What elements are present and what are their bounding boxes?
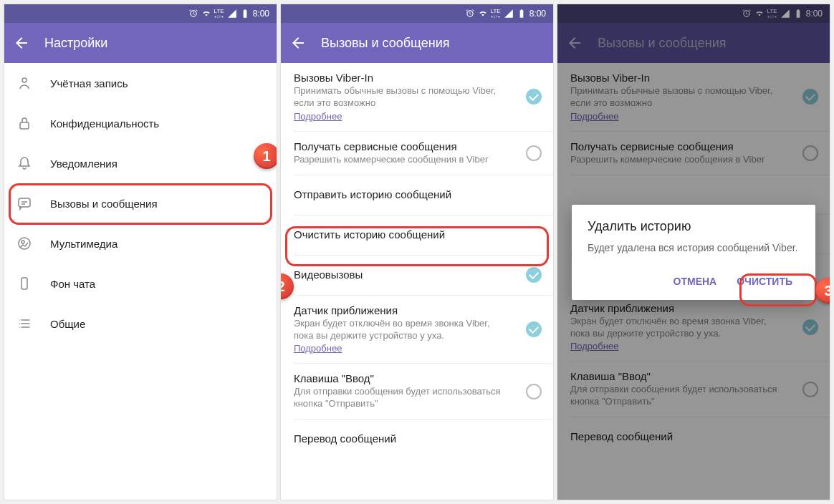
settings-item-privacy[interactable]: Конфиденциальность [4, 103, 277, 143]
toggle-service[interactable] [526, 145, 542, 161]
svg-rect-5 [21, 278, 27, 289]
app-bar: Настройки [4, 23, 277, 63]
delete-history-dialog: Удалить историю Будет удалена вся истори… [572, 205, 815, 300]
row-title: Датчик приближения [294, 304, 540, 316]
back-icon[interactable] [289, 34, 307, 52]
back-icon[interactable] [13, 34, 30, 52]
settings-item-background[interactable]: Фон чата [4, 263, 277, 304]
user-icon [16, 74, 33, 92]
row-proximity[interactable]: Датчик приближения Экран будет отключён … [281, 296, 553, 364]
item-label: Уведомления [50, 158, 118, 170]
lte-indicator: LTE+↓↑+ [214, 9, 224, 19]
row-title: Клавиша "Ввод" [294, 372, 540, 384]
settings-list: Учётная запись Конфиденциальность Уведом… [4, 63, 277, 500]
phone-rect-icon [16, 275, 33, 292]
wifi-icon [478, 9, 488, 19]
svg-rect-2 [19, 198, 30, 207]
toggle-video[interactable] [526, 267, 542, 283]
status-bar: LTE+↓↑+ 8:00 [4, 4, 277, 23]
toggle-enter[interactable] [526, 384, 542, 399]
svg-point-4 [21, 241, 24, 243]
dialog-text: Будет удалена вся история сообщений Vibe… [588, 241, 800, 256]
row-title: Перевод сообщений [294, 432, 540, 445]
row-sub: Экран будет отключён во время звонка Vib… [294, 318, 540, 342]
row-title: Видеовызовы [294, 268, 540, 281]
row-clear-history[interactable]: Очистить историю сообщений [281, 215, 553, 255]
item-label: Конфиденциальность [50, 117, 159, 130]
signal-icon [504, 9, 514, 19]
status-time: 8:00 [253, 9, 269, 19]
screen-dialog: LTE+↓↑+ 8:00 Вызовы и сообщения Вызовы V… [557, 4, 830, 500]
row-enter-key[interactable]: Клавиша "Ввод" Для отправки сообщения бу… [281, 364, 553, 419]
app-bar: Вызовы и сообщения [281, 23, 553, 63]
link-more[interactable]: Подробнее [294, 111, 342, 122]
settings-item-media[interactable]: Мультимедиа [4, 223, 277, 263]
calls-list: Вызовы Viber-In Принимать обычные вызовы… [281, 63, 553, 500]
battery-icon [240, 9, 250, 19]
row-title: Отправить историю сообщений [294, 188, 540, 200]
item-label: Мультимедиа [50, 238, 118, 250]
row-viber-in[interactable]: Вызовы Viber-In Принимать обычные вызовы… [281, 63, 553, 131]
link-more[interactable]: Подробнее [294, 343, 342, 354]
row-title: Получать сервисные сообщения [294, 140, 540, 152]
row-sub: Принимать обычные вызовы с помощью Viber… [294, 85, 540, 110]
battery-icon [517, 9, 527, 19]
row-sub: Для отправки сообщения будет использоват… [294, 386, 540, 410]
bell-icon [16, 155, 33, 172]
wifi-icon [201, 9, 211, 19]
svg-point-0 [22, 78, 27, 82]
toggle-proximity[interactable] [526, 321, 542, 337]
chat-icon [16, 195, 33, 212]
cancel-button[interactable]: ОТМЕНА [666, 270, 724, 293]
item-label: Фон чата [50, 278, 95, 290]
step-badge-1: 1 [254, 143, 277, 169]
row-send-history[interactable]: Отправить историю сообщений [281, 175, 553, 215]
row-service-messages[interactable]: Получать сервисные сообщения Разрешить к… [281, 132, 553, 175]
settings-item-account[interactable]: Учётная запись [4, 63, 277, 103]
settings-item-calls-messages[interactable]: Вызовы и сообщения [4, 183, 277, 223]
row-sub: Разрешить коммерческие сообщения в Viber [294, 154, 540, 166]
row-title: Очистить историю сообщений [294, 228, 540, 241]
page-title: Настройки [44, 36, 107, 51]
status-bar: LTE+↓↑+ 8:00 [281, 4, 553, 23]
signal-icon [227, 9, 237, 19]
lock-icon [16, 115, 33, 132]
row-title: Вызовы Viber-In [294, 72, 540, 84]
confirm-button[interactable]: ОЧИСТИТЬ [729, 270, 800, 293]
alarm-icon [188, 9, 198, 19]
status-time: 8:00 [529, 9, 546, 19]
row-video-calls[interactable]: Видеовызовы [281, 256, 553, 295]
screen-settings: LTE+↓↑+ 8:00 Настройки Учётная запись Ко… [4, 4, 277, 500]
lte-indicator: LTE+↓↑+ [491, 9, 501, 19]
list-icon [16, 315, 33, 332]
row-translate[interactable]: Перевод сообщений [281, 420, 553, 459]
toggle-viber-in[interactable] [526, 89, 542, 105]
alarm-icon [465, 9, 475, 19]
screen-calls-messages: LTE+↓↑+ 8:00 Вызовы и сообщения Вызовы V… [281, 4, 553, 500]
dialog-buttons: ОТМЕНА ОЧИСТИТЬ [588, 270, 800, 293]
media-icon [16, 235, 33, 252]
svg-rect-1 [20, 122, 29, 129]
settings-item-notifications[interactable]: Уведомления [4, 143, 277, 183]
dialog-title: Удалить историю [588, 219, 800, 234]
item-label: Вызовы и сообщения [50, 198, 158, 210]
settings-item-general[interactable]: Общие [4, 304, 277, 344]
item-label: Общие [50, 318, 85, 330]
item-label: Учётная запись [50, 77, 128, 89]
page-title: Вызовы и сообщения [321, 36, 449, 51]
